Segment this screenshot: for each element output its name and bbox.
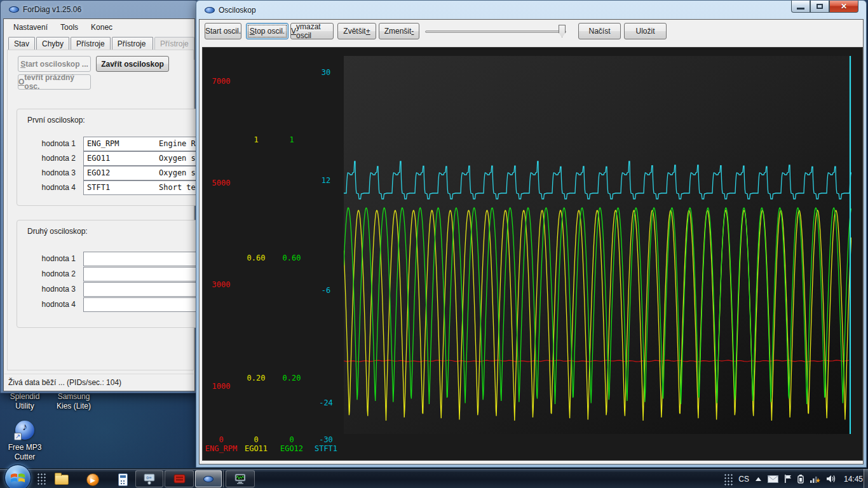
value-row-3: hodnota 3: [17, 282, 201, 297]
scale-tick-ego12: 0.20: [283, 374, 301, 383]
media-player-launcher[interactable]: ▶: [86, 471, 102, 487]
stop-oscil-button[interactable]: Stop oscil.: [246, 23, 288, 39]
volume-icon[interactable]: [826, 475, 836, 483]
close-icon: ✕: [841, 2, 847, 11]
close-button[interactable]: ✕: [829, 1, 858, 13]
waveform-canvas: [344, 56, 851, 434]
shortcut-arrow-icon: ↗: [14, 433, 22, 440]
open-empty-oscilloscope-button[interactable]: Otevřít prázdný osc.: [18, 74, 91, 90]
fordiag-taskbar-icon: [203, 476, 214, 482]
value-row-label: hodnota 2: [17, 154, 76, 163]
vymazat-oscil-button[interactable]: Vymazat oscil: [290, 23, 334, 39]
start-button[interactable]: [4, 464, 31, 488]
calculator-launcher[interactable]: [118, 471, 133, 487]
scale-current-value-eng-rpm: 0: [219, 435, 223, 444]
minimize-button[interactable]: [791, 1, 810, 13]
scale-tick-ego11: 1: [254, 135, 258, 144]
start-oscil-button[interactable]: Start oscil.: [205, 23, 241, 39]
scale-tick-ego11: 0.20: [247, 374, 266, 383]
clock[interactable]: 14:45: [844, 475, 863, 484]
value-row-3: hodnota 3EGO12Oxygen sens: [17, 166, 201, 180]
taskbar-app-fordiag[interactable]: [195, 470, 222, 487]
menu-item-konec[interactable]: Konec: [85, 20, 119, 34]
caption-buttons: ✕: [791, 1, 858, 13]
scale-name-stft1: STFT1: [315, 444, 337, 453]
hidden-icons-chevron-icon[interactable]: [755, 477, 762, 482]
scale-tick-stft1: -6: [322, 286, 330, 295]
minimize-icon: [797, 8, 804, 10]
menu-bar: NastaveníToolsKonec: [4, 20, 194, 34]
menu-item-nastaveni[interactable]: Nastavení: [7, 20, 54, 34]
value-field-ego11[interactable]: EGO11Oxygen sens: [83, 151, 210, 166]
value-field-eng-rpm[interactable]: ENG_RPMEngine RPM: [83, 137, 210, 151]
free-mp3-cutter-icon[interactable]: ♪ ↗: [15, 421, 34, 440]
fordiag-titlebar[interactable]: ForDiag v1.25.06: [3, 1, 195, 18]
tray-grip: [724, 473, 733, 486]
zvetsit-button[interactable]: Zvětšit +: [337, 23, 376, 39]
value-field-empty-2[interactable]: [83, 267, 210, 281]
taskbar-app-diagnostic[interactable]: [165, 470, 194, 487]
menu-item-tools[interactable]: Tools: [54, 20, 85, 34]
scale-name-ego11: EGO11: [245, 444, 268, 453]
calculator-icon: [118, 473, 128, 486]
scale-tick-eng-rpm: 3000: [212, 280, 231, 289]
status-text: Živá data běží ... (PIDs/sec.: 104): [8, 378, 121, 387]
value-field-ego12[interactable]: EGO12Oxygen sens: [83, 166, 210, 180]
oscilloscope-window-title: Osciloskop: [219, 6, 256, 15]
scale-current-value-ego11: 0: [254, 435, 258, 444]
desktop-icon-splendid-utility[interactable]: Splendid Utility: [1, 392, 48, 411]
scale-tick-ego12: 0.60: [283, 254, 301, 262]
value-row-4: hodnota 4STFT1Short term: [17, 180, 201, 195]
explorer-launcher[interactable]: [55, 471, 70, 487]
show-desktop-button[interactable]: [864, 469, 868, 488]
oscilloscope-monitor-icon: [234, 473, 247, 485]
value-row-label: hodnota 1: [17, 139, 76, 148]
timeline-slider-thumb[interactable]: [559, 25, 566, 37]
scale-name-eng-rpm: ENG_RPM: [205, 444, 238, 453]
taskbar-separator: [223, 470, 224, 487]
media-player-icon: ▶: [86, 473, 99, 486]
network-icon[interactable]: [810, 475, 820, 484]
oscilloscope-titlebar[interactable]: Osciloskop: [199, 1, 864, 19]
value-row-4: hodnota 4: [17, 297, 201, 312]
desktop-icon-samsung-kies[interactable]: Samsung Kies (Lite): [46, 392, 102, 411]
start-oscilloscope-button[interactable]: Start osciloskop ...: [18, 56, 91, 72]
second-oscilloscope-group-title: Druhý osciloskop:: [27, 227, 88, 236]
value-row-label: hodnota 4: [17, 300, 76, 309]
value-field-empty-3[interactable]: [83, 282, 210, 297]
value-field-empty-1[interactable]: [83, 252, 210, 266]
pid-code: ENG_RPM: [87, 137, 119, 151]
status-bar: Živá data běží ... (PIDs/sec.: 104): [4, 374, 194, 390]
action-center-flag-icon[interactable]: [784, 475, 792, 483]
fordiag-window: ForDiag v1.25.06 NastaveníToolsKonec Sta…: [0, 0, 198, 393]
pid-code: EGO12: [87, 166, 110, 180]
scope-plot-area[interactable]: [344, 56, 851, 434]
load-button[interactable]: Načíst: [578, 23, 621, 39]
scale-tick-ego11: 0.60: [247, 254, 266, 262]
value-row-label: hodnota 4: [17, 183, 76, 192]
desktop-icon-free-mp3-cutter[interactable]: Free MP3 Cutter: [0, 443, 50, 462]
value-row-2: hodnota 2EGO11Oxygen sens: [17, 151, 201, 166]
scope-panel: 70005000300010000ENG_RPM10.600.200EGO111…: [202, 47, 863, 461]
battery-icon[interactable]: [797, 475, 804, 484]
maximize-button[interactable]: [810, 1, 829, 13]
timeline-slider-track[interactable]: [425, 30, 566, 33]
value-field-stft1[interactable]: STFT1Short term: [83, 180, 210, 195]
desktop: Splendid Utility Samsung Kies (Lite) ♪ ↗…: [0, 0, 868, 488]
save-button[interactable]: Uložit: [624, 23, 667, 39]
scale-tick-eng-rpm: 5000: [212, 179, 231, 187]
fordiag-app-icon: [9, 6, 19, 13]
folder-icon: [55, 475, 69, 485]
taskbar-app-oscilloscope[interactable]: [226, 470, 255, 487]
value-row-label: hodnota 3: [17, 168, 76, 177]
mail-icon[interactable]: [768, 475, 778, 483]
taskbar-app-projector[interactable]: o=: [135, 470, 163, 487]
value-row-1: hodnota 1ENG_RPMEngine RPM: [17, 137, 201, 151]
scale-tick-eng-rpm: 7000: [212, 77, 231, 86]
value-field-empty-4[interactable]: [83, 297, 210, 312]
language-indicator[interactable]: CS: [738, 475, 749, 484]
wave-stft1: [344, 161, 851, 199]
close-oscilloscope-button[interactable]: Zavřít osciloskop: [96, 56, 169, 72]
zmensit-button[interactable]: Zmenšit -: [379, 23, 419, 39]
scale-tick-stft1: 12: [322, 176, 330, 185]
